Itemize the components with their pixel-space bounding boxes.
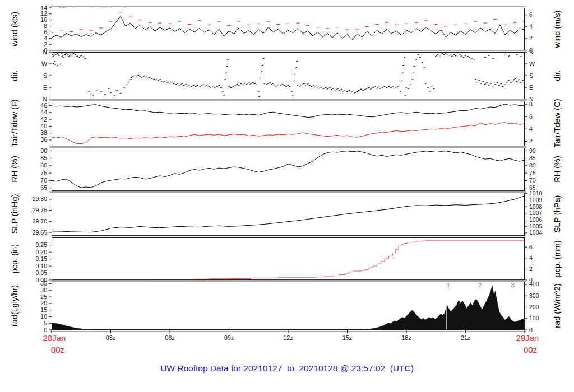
- pcp-right-axis-label: pcp. (mm): [553, 240, 562, 277]
- dir-right-axis-label: dir.: [553, 70, 562, 81]
- y-tick-label: 0: [529, 326, 533, 333]
- y-tick-label: 70: [40, 177, 47, 184]
- y-tick-label: 36: [40, 136, 47, 143]
- y-tick-label: 75: [529, 170, 536, 176]
- y-tick-label: 2: [529, 35, 533, 41]
- y-tick-label: 0.20: [36, 249, 48, 255]
- dir-left-axis-label: dir.: [10, 70, 19, 81]
- y-tick-label: 12: [40, 10, 47, 17]
- y-tick-label: 4: [529, 125, 533, 132]
- y-tick-label: E: [529, 84, 533, 91]
- meteogram-page: wind (kts) dir. Tair/Tdew (F) RH (%) SLP…: [0, 0, 574, 392]
- y-tick-label: 25: [40, 293, 47, 300]
- y-tick-label: 8: [44, 22, 47, 29]
- x-axis-start-time: 00z: [51, 345, 64, 354]
- y-tick-label: 400: [529, 281, 539, 287]
- y-tick-label: 1006: [529, 216, 543, 223]
- y-tick-label: 1005: [529, 223, 543, 230]
- y-tick-label: E: [43, 84, 47, 91]
- rad-plot-panel: 051015202530350100200300400: [52, 282, 525, 330]
- rad-event-marker: 1: [447, 282, 450, 288]
- y-tick-label: 6: [529, 244, 533, 250]
- y-tick-label: 0: [44, 326, 47, 333]
- y-tick-label: 300: [529, 292, 539, 299]
- slp-right-axis-label: SLP (hPa): [553, 195, 562, 233]
- y-tick-label: 200: [529, 304, 539, 310]
- y-tick-label: 6: [44, 29, 47, 35]
- y-tick-label: 29.70: [33, 218, 47, 225]
- y-tick-label: 85: [529, 155, 536, 161]
- temp-plot-panel: 3638404244462468: [52, 101, 525, 146]
- x-axis-start-date: 28Jan: [43, 333, 66, 343]
- y-tick-label: S: [43, 72, 47, 79]
- y-tick-label: 0.25: [36, 241, 48, 248]
- x-tick-label: 18z: [401, 334, 411, 341]
- rh-plot-panel: 657075808590657075808590: [52, 148, 525, 191]
- temp-left-axis-label: Tair/Tdew (F): [10, 99, 19, 147]
- y-tick-label: 35: [40, 280, 47, 287]
- y-tick-label: 44: [40, 109, 47, 115]
- y-tick-label: 5: [44, 320, 47, 326]
- y-tick-label: 80: [40, 162, 47, 169]
- rh-right-axis-label: RH (%): [553, 156, 562, 183]
- y-tick-label: 46: [40, 102, 47, 109]
- chart-title: UW Rooftop Data for 20210127 to 20210128…: [0, 363, 574, 374]
- x-tick-label: 09z: [224, 334, 234, 341]
- y-tick-label: 29.80: [33, 195, 47, 202]
- y-tick-label: 1007: [529, 209, 543, 216]
- y-tick-label: 0.05: [36, 269, 48, 276]
- y-tick-label: 38: [40, 129, 47, 136]
- y-tick-label: S: [529, 72, 533, 79]
- y-tick-label: 70: [529, 177, 536, 184]
- y-tick-label: 29.75: [33, 207, 47, 213]
- y-tick-label: 10: [40, 313, 47, 320]
- y-tick-label: 90: [40, 147, 47, 154]
- x-tick-label: 12z: [283, 334, 293, 341]
- y-tick-label: 85: [40, 155, 47, 161]
- y-tick-label: 2: [44, 41, 47, 48]
- x-tick-label: 03z: [106, 334, 116, 341]
- y-tick-label: 29.65: [33, 229, 47, 236]
- y-tick-label: 75: [40, 170, 47, 176]
- y-tick-label: 8: [529, 101, 533, 108]
- x-tick-label: 21z: [461, 334, 471, 341]
- y-tick-label: 4: [529, 254, 533, 261]
- y-tick-label: W: [41, 60, 47, 67]
- y-tick-label: 10: [40, 16, 47, 23]
- y-tick-label: 2: [529, 265, 533, 272]
- wind-left-axis-label: wind (kts): [10, 12, 19, 46]
- y-tick-label: 20: [40, 300, 47, 306]
- slp-left-axis-label: SLP (inHg): [10, 194, 19, 234]
- y-tick-label: 40: [40, 123, 47, 129]
- plot-area: wind (kts) dir. Tair/Tdew (F) RH (%) SLP…: [0, 0, 574, 392]
- y-tick-label: 30: [40, 287, 47, 293]
- x-axis-end-date: 29Jan: [516, 333, 539, 343]
- rad-event-marker: 2: [478, 282, 482, 288]
- y-tick-label: N: [43, 49, 47, 55]
- x-tick-label: 15z: [342, 334, 353, 341]
- y-tick-label: 0.15: [36, 255, 48, 262]
- pcp-plot-panel: 0.000.050.100.150.200.250246: [52, 237, 525, 280]
- y-tick-label: 6: [529, 11, 533, 18]
- y-tick-label: 42: [40, 116, 47, 123]
- rad-left-axis-label: rad(Lgly/hr): [10, 285, 19, 326]
- y-tick-label: N: [43, 96, 47, 102]
- y-tick-label: 1009: [529, 197, 543, 203]
- dir-plot-panel: NWSENNWSEN: [52, 52, 525, 99]
- rad-event-marker: 3: [511, 282, 515, 288]
- y-tick-label: 100: [529, 315, 539, 321]
- y-tick-label: 1010: [529, 190, 543, 197]
- y-tick-label: 2: [529, 138, 533, 144]
- y-tick-label: 15: [40, 306, 47, 313]
- y-tick-label: 90: [529, 147, 536, 154]
- wind-plot-panel: 024681012140246: [52, 8, 525, 50]
- y-tick-label: 65: [40, 184, 47, 191]
- temp-right-axis-label: Tair/Tdew (C): [553, 99, 562, 147]
- slp-plot-panel: 29.6529.7029.7529.8010041005100610071008…: [52, 193, 525, 236]
- y-tick-label: N: [529, 49, 534, 55]
- y-tick-label: 14: [40, 4, 47, 11]
- y-tick-label: W: [529, 60, 535, 67]
- pcp-left-axis-label: pcp. (in): [10, 244, 19, 273]
- y-tick-label: 0.10: [36, 263, 48, 269]
- rh-left-axis-label: RH (%): [10, 156, 19, 183]
